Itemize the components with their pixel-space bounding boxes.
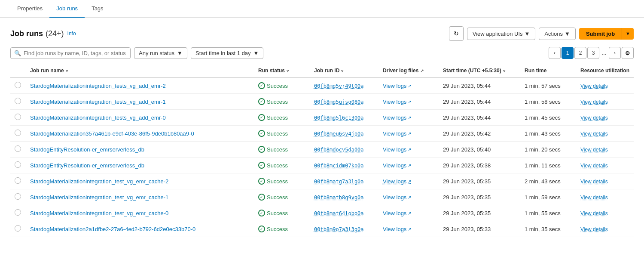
header-row: Job runs (24+) Info ↻ View application U… [10,26,634,41]
job-run-id-link[interactable]: 00fb8mg5vr49t00a [314,83,364,89]
view-logs-link[interactable]: View logs ↗ [383,114,434,121]
actions-button[interactable]: Actions ▼ [539,28,576,40]
view-logs-link[interactable]: View logs ↗ [383,130,434,137]
view-logs-link[interactable]: View logs ↗ [383,99,434,105]
job-run-id-link[interactable]: 00fb8mdocv5da00a [314,147,364,153]
tab-tags[interactable]: Tags [85,0,110,18]
job-run-id-link[interactable]: 00fb8mg5l6c1300a [314,115,364,121]
job-run-name-link[interactable]: StardogMaterialization357a461b-e9cf-403e… [30,130,194,137]
row-start-cell: 29 Jun 2023, 05:38 [439,158,520,173]
view-details-link[interactable]: View details [580,131,608,137]
view-details-link[interactable]: View details [580,195,608,201]
row-radio-2[interactable] [15,114,21,120]
job-run-id-link[interactable]: 00fb8m9o7a3l3g0a [314,226,364,232]
view-logs-link[interactable]: View logs ↗ [383,210,434,216]
submit-job-dropdown-button[interactable]: ▼ [622,28,634,40]
pagination-next[interactable]: › [609,47,621,59]
view-details-link[interactable]: View details [580,83,608,89]
view-logs-link[interactable]: View logs ↗ [383,162,434,169]
col-header-start[interactable]: Start time (UTC +5.5:30) ▿ [439,64,520,77]
tab-job-runs[interactable]: Job runs [49,0,85,18]
job-run-name-link[interactable]: StardogMaterializationintegration_tests_… [30,99,166,105]
job-run-id-link[interactable]: 00fb8mcidm07ko0a [314,163,364,169]
row-status-cell: ✓ Success [254,142,310,158]
pagination-settings[interactable]: ⚙ [622,47,634,59]
pagination-prev[interactable]: ‹ [549,47,561,59]
success-icon: ✓ [258,98,265,105]
job-run-id-link[interactable]: 00fb8matb8q9vg0a [314,195,364,201]
view-details-link[interactable]: View details [580,210,608,216]
col-header-status[interactable]: Run status ▿ [254,64,310,77]
refresh-button[interactable]: ↻ [449,26,464,41]
row-radio-6[interactable] [15,177,21,184]
job-run-id-link[interactable]: 00fb8meu6sv4jo0a [314,131,364,137]
job-run-id-link[interactable]: 00fb8mat64lobo0a [314,210,364,216]
view-logs-link[interactable]: View logs ↗ [383,146,434,153]
col-header-id[interactable]: Job run ID ▿ [310,64,378,77]
job-run-name-link[interactable]: StardogMaterialization2a1dfbe2-27a6-4ed2… [30,226,195,232]
view-logs-link[interactable]: View logs ↗ [383,178,434,185]
submit-job-button[interactable]: Submit job [579,28,622,40]
row-radio-5[interactable] [15,161,21,168]
row-start-cell: 29 Jun 2023, 05:35 [439,205,520,221]
info-link[interactable]: Info [67,31,76,37]
view-logs-link[interactable]: View logs ↗ [383,226,434,232]
row-radio-8[interactable] [15,209,21,216]
row-id-cell: 00fb8mg5vr49t00a [310,77,378,94]
view-app-uis-button[interactable]: View application UIs ▼ [467,28,536,40]
sort-icon-status: ▿ [287,68,289,73]
time-filter[interactable]: Start time in last 1 day ▼ [191,47,264,59]
search-input[interactable] [24,50,127,56]
row-resource-cell: View details [576,77,634,94]
job-run-id-link[interactable]: 00fb8matg7a3lg0a [314,179,364,185]
view-details-link[interactable]: View details [580,147,608,153]
pagination-page-3[interactable]: 3 [587,47,599,59]
status-filter[interactable]: Any run status ▼ [134,47,187,59]
col-header-runtime: Run time [520,64,576,77]
view-logs-link[interactable]: View logs ↗ [383,83,434,89]
runtime-value: 1 min, 55 secs [525,210,561,216]
job-run-name-link[interactable]: StardogMaterializationintegration_test_v… [30,210,168,216]
pagination-page-1[interactable]: 1 [562,47,574,59]
pagination-page-2[interactable]: 2 [574,47,586,59]
row-resource-cell: View details [576,94,634,110]
row-radio-3[interactable] [15,130,21,136]
row-resource-cell: View details [576,126,634,142]
row-runtime-cell: 1 min, 35 secs [520,221,576,237]
row-radio-0[interactable] [15,82,21,88]
row-name-cell: StardogEntityResolution-er_emrserverless… [26,158,254,173]
status-badge: ✓ Success [258,162,305,169]
row-select-cell [10,94,26,110]
job-run-id-link[interactable]: 00fb8mg5qjsq080a [314,99,364,105]
col-id-label: Job run ID [314,68,339,74]
row-radio-1[interactable] [15,98,21,104]
view-logs-link[interactable]: View logs ↗ [383,194,434,201]
view-details-link[interactable]: View details [580,179,608,185]
row-radio-4[interactable] [15,145,21,152]
job-run-name-link[interactable]: StardogEntityResolution-er_emrserverless… [30,162,144,169]
col-header-resource: Resource utilization [576,64,634,77]
job-run-name-link[interactable]: StardogMaterializationintegration_test_v… [30,178,168,185]
external-link-icon: ↗ [408,227,411,232]
tab-properties[interactable]: Properties [10,0,49,18]
row-radio-9[interactable] [15,225,21,232]
external-link-icon: ↗ [408,131,411,136]
view-details-link[interactable]: View details [580,163,608,169]
col-header-name[interactable]: Job run name ▿ [26,64,254,77]
job-run-name-link[interactable]: StardogEntityResolution-er_emrserverless… [30,146,144,153]
row-radio-7[interactable] [15,193,21,200]
runtime-value: 1 min, 11 secs [525,162,561,169]
job-run-name-link[interactable]: StardogMaterializationintegration_tests_… [30,114,166,121]
success-icon: ✓ [258,82,265,89]
view-details-link[interactable]: View details [580,99,608,105]
view-details-link[interactable]: View details [580,226,608,232]
row-start-cell: 29 Jun 2023, 05:35 [439,189,520,205]
row-logs-cell: View logs ↗ [378,158,439,173]
job-run-name-link[interactable]: StardogMaterializationintegration_tests_… [30,83,166,89]
row-resource-cell: View details [576,189,634,205]
view-details-link[interactable]: View details [580,115,608,121]
row-runtime-cell: 1 min, 55 secs [520,205,576,221]
job-run-name-link[interactable]: StardogMaterializationintegration_test_v… [30,194,168,201]
external-link-icon: ↗ [408,195,411,200]
row-start-cell: 29 Jun 2023, 05:33 [439,221,520,237]
